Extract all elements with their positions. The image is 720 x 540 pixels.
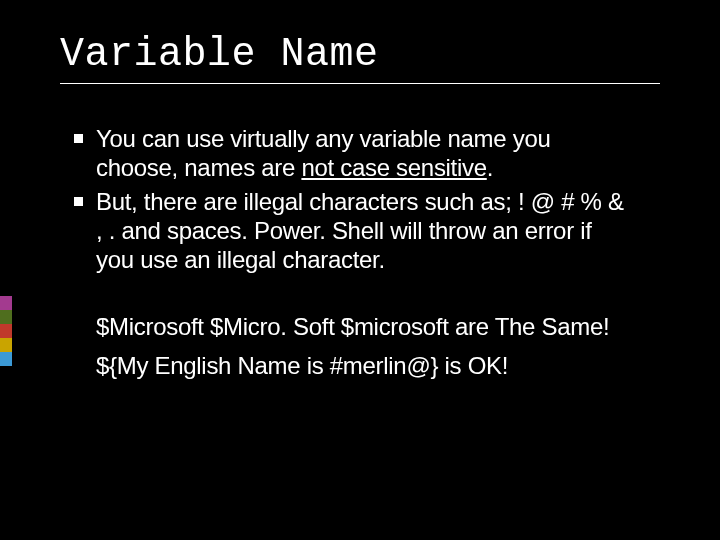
accent-segment <box>0 324 12 338</box>
accent-segment <box>0 338 12 352</box>
accent-bar <box>0 296 12 366</box>
slide-title: Variable Name <box>60 32 379 77</box>
slide: Variable Name You can use virtually any … <box>0 0 720 540</box>
accent-segment <box>0 310 12 324</box>
example-line: $Microsoft $Micro. Soft $microsoft are T… <box>96 308 632 346</box>
examples-block: $Microsoft $Micro. Soft $microsoft are T… <box>60 308 660 385</box>
title-row: Variable Name <box>60 32 660 77</box>
bullet-text-post: . <box>487 154 493 181</box>
accent-segment <box>0 296 12 310</box>
bullet-text-emph: not case sensitive <box>301 154 486 181</box>
bullet-text-pre: But, there are illegal characters such a… <box>96 188 624 274</box>
bullet-item: But, there are illegal characters such a… <box>96 187 632 275</box>
bullet-item: You can use virtually any variable name … <box>96 124 632 183</box>
bullet-list: You can use virtually any variable name … <box>60 124 660 274</box>
example-line: ${My English Name is #merlin@} is OK! <box>96 347 632 385</box>
accent-segment <box>0 352 12 366</box>
title-underline <box>60 83 660 84</box>
